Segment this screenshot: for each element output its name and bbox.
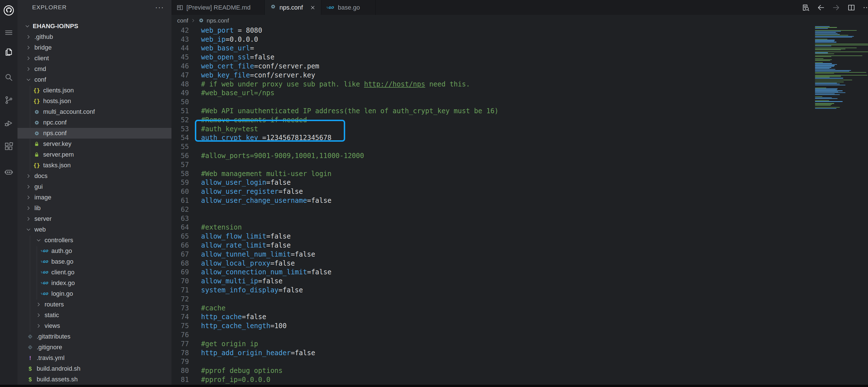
search-icon[interactable] [4, 73, 13, 82]
tree-item-nps-conf[interactable]: nps.conf [18, 128, 172, 139]
tree-item-image[interactable]: image [18, 192, 172, 203]
json-icon: {} [32, 87, 41, 94]
gear-icon [198, 17, 205, 24]
code-line-60[interactable]: 60allow_user_register=false [172, 187, 868, 196]
tree-item-base-go[interactable]: GObase.go [18, 256, 172, 267]
tree-item-lib[interactable]: lib [18, 203, 172, 213]
tree-item-conf[interactable]: conf [18, 74, 172, 85]
go-forward-icon[interactable] [832, 3, 840, 12]
tree-item-docs[interactable]: docs [18, 171, 172, 181]
copilot-icon[interactable] [4, 167, 13, 177]
minimap[interactable] [815, 26, 868, 385]
code-line-48[interactable]: 48# if web under proxy use sub path. lik… [172, 80, 868, 89]
breadcrumb-file[interactable]: nps.conf [207, 17, 229, 24]
code-line-78[interactable]: 78http_add_origin_header=false [172, 348, 868, 357]
code-line-71[interactable]: 71system_info_display=false [172, 286, 868, 294]
explorer-icon[interactable] [4, 47, 13, 57]
go-back-icon[interactable] [817, 3, 825, 12]
code-line-72[interactable]: 72 [172, 294, 868, 304]
breadcrumb-folder[interactable]: conf [177, 17, 188, 24]
tree-item-multi-account-conf[interactable]: multi_account.conf [18, 106, 172, 117]
tree-item--travis-yml[interactable]: !.travis.yml [18, 353, 172, 363]
github-logo-icon[interactable] [3, 5, 14, 16]
code-line-69[interactable]: 69allow_connection_num_limit=false [172, 268, 868, 277]
menu-icon[interactable] [4, 28, 13, 37]
code-line-50[interactable]: 50 [172, 98, 868, 106]
open-preview-icon[interactable] [801, 3, 810, 12]
tab-base-go[interactable]: GObase.go [321, 0, 376, 15]
tree-item--gitignore[interactable]: .gitignore [18, 342, 172, 353]
extensions-icon[interactable] [4, 142, 13, 151]
gear-icon [32, 119, 41, 126]
tree-root[interactable]: EHANG-IO/NPS [18, 21, 172, 32]
tree-item-web[interactable]: web [18, 224, 172, 235]
more-actions-icon[interactable] [862, 3, 868, 12]
split-editor-icon[interactable] [847, 3, 856, 12]
code-editor[interactable]: 42web_port = 808043web_ip=0.0.0.044web_b… [172, 26, 868, 385]
tree-item--github[interactable]: .github [18, 32, 172, 42]
code-line-42[interactable]: 42web_port = 8080 [172, 26, 868, 35]
code-line-54[interactable]: 54auth_crypt_key =1234567812345678 [172, 134, 868, 143]
tree-item-routers[interactable]: routers [18, 299, 172, 310]
code-line-70[interactable]: 70allow_multi_ip=false [172, 277, 868, 286]
tree-item-login-go[interactable]: GOlogin.go [18, 288, 172, 299]
more-actions-icon[interactable]: ··· [155, 6, 164, 9]
code-line-57[interactable]: 57 [172, 160, 868, 169]
code-line-77[interactable]: 77#get origin ip [172, 340, 868, 348]
code-line-76[interactable]: 76 [172, 330, 868, 340]
tree-item-controllers[interactable]: controllers [18, 235, 172, 246]
tree-item-auth-go[interactable]: GOauth.go [18, 246, 172, 256]
run-debug-icon[interactable] [4, 118, 13, 128]
code-line-65[interactable]: 65allow_flow_limit=false [172, 232, 868, 241]
code-line-74[interactable]: 74http_cache=false [172, 313, 868, 322]
code-line-59[interactable]: 59allow_user_login=false [172, 178, 868, 187]
tree-item-server-pem[interactable]: server.pem [18, 149, 172, 160]
tree-item-views[interactable]: views [18, 320, 172, 331]
code-line-80[interactable]: 80#pprof debug options [172, 366, 868, 375]
code-line-58[interactable]: 58#Web management multi-user login [172, 169, 868, 178]
tree-item-client[interactable]: client [18, 53, 172, 64]
tree-item-index-go[interactable]: GOindex.go [18, 278, 172, 288]
tree-item-npc-conf[interactable]: npc.conf [18, 117, 172, 128]
code-line-46[interactable]: 46web_cert_file=conf/server.pem [172, 62, 868, 71]
tree-item-server[interactable]: server [18, 213, 172, 224]
close-icon[interactable] [310, 5, 315, 10]
tree-item--gitattributes[interactable]: .gitattributes [18, 331, 172, 342]
tree-item-server-key[interactable]: server.key [18, 139, 172, 149]
code-line-61[interactable]: 61allow_user_change_username=false [172, 196, 868, 205]
tab-nps-conf[interactable]: nps.conf [265, 0, 321, 15]
tree-item-tasks-json[interactable]: {}tasks.json [18, 160, 172, 171]
code-line-67[interactable]: 67allow_tunnel_num_limit=false [172, 250, 868, 259]
tree-item-bridge[interactable]: bridge [18, 42, 172, 53]
tree-item-build-assets-sh[interactable]: $build.assets.sh [18, 374, 172, 385]
code-text: web_base_url= [189, 44, 254, 52]
code-line-43[interactable]: 43web_ip=0.0.0.0 [172, 35, 868, 44]
code-line-79[interactable]: 79 [172, 357, 868, 366]
code-line-52[interactable]: 52#Remove comments if needed [172, 115, 868, 125]
source-control-icon[interactable] [4, 95, 13, 105]
code-line-47[interactable]: 47web_key_file=conf/server.key [172, 71, 868, 80]
tree-item-clients-json[interactable]: {}clients.json [18, 85, 172, 96]
tree-item-hosts-json[interactable]: {}hosts.json [18, 96, 172, 106]
tree-item-gui[interactable]: gui [18, 181, 172, 192]
code-line-63[interactable]: 63 [172, 214, 868, 223]
code-line-49[interactable]: 49#web_base_url=/nps [172, 89, 868, 98]
code-line-75[interactable]: 75http_cache_length=100 [172, 321, 868, 330]
code-line-45[interactable]: 45web_open_ssl=false [172, 53, 868, 62]
code-line-73[interactable]: 73#cache [172, 304, 868, 313]
code-line-64[interactable]: 64#extension [172, 223, 868, 232]
tree-item-cmd[interactable]: cmd [18, 64, 172, 74]
tree-item-build-android-sh[interactable]: $build.android.sh [18, 363, 172, 374]
code-line-66[interactable]: 66allow_rate_limit=false [172, 241, 868, 250]
tab--preview-readme-md[interactable]: [Preview] README.md [172, 0, 265, 15]
code-line-51[interactable]: 51#Web API unauthenticated IP address(th… [172, 106, 868, 115]
code-line-44[interactable]: 44web_base_url= [172, 44, 868, 53]
code-line-81[interactable]: 81#pprof_ip=0.0.0.0 [172, 375, 868, 384]
code-line-56[interactable]: 56#allow_ports=9001-9009,10001,11000-120… [172, 151, 868, 160]
tree-item-client-go[interactable]: GOclient.go [18, 267, 172, 278]
code-line-68[interactable]: 68allow_local_proxy=false [172, 259, 868, 268]
tree-item-static[interactable]: static [18, 310, 172, 320]
code-line-55[interactable]: 55 [172, 142, 868, 151]
code-line-53[interactable]: 53#auth_key=test [172, 125, 868, 134]
code-line-62[interactable]: 62 [172, 205, 868, 214]
